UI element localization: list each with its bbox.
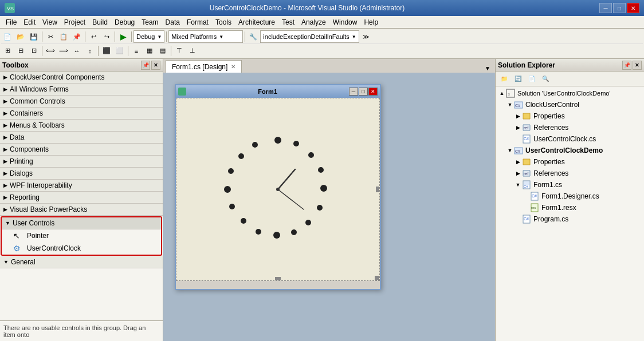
tb-group-clock-label: ClockUserControl Components [10, 73, 104, 81]
tb-open[interactable]: 📂 [14, 30, 27, 43]
tb2-13[interactable]: ⊤ [173, 45, 186, 57]
tb-run[interactable]: ▶ [117, 30, 129, 43]
form-content[interactable] [176, 98, 380, 281]
menu-project[interactable]: Project [61, 17, 89, 27]
sol-item-uclock-cs[interactable]: C# UserControlClock.cs [497, 133, 643, 145]
sol-item-refs-2[interactable]: ▶ ref References [497, 168, 643, 179]
sol-arrow-uclock [514, 136, 522, 142]
exception-dropdown[interactable]: includeExceptionDetailInFaults ▼ [260, 30, 359, 43]
tb-redo[interactable]: ↪ [100, 30, 113, 43]
maximize-button[interactable]: □ [613, 3, 626, 13]
tab-close-btn[interactable]: ✕ [231, 64, 235, 70]
user-controls-pointer[interactable]: ↖ Pointer [2, 229, 161, 242]
tb-group-clock-header[interactable]: ▶ ClockUserControl Components [0, 72, 163, 84]
form-close[interactable]: ✕ [368, 88, 378, 96]
pointer-label: Pointer [27, 232, 49, 240]
menu-window[interactable]: Window [329, 17, 361, 27]
tb-launch-icon[interactable]: 🔧 [247, 30, 260, 43]
tb-group-components-header[interactable]: ▶ Components [0, 144, 163, 156]
resize-handle-bottom[interactable] [275, 277, 281, 280]
tb-cut[interactable]: ✂ [44, 30, 57, 43]
tb-new[interactable]: 📄 [1, 30, 14, 43]
tb2-12[interactable]: ▤ [156, 45, 169, 57]
sol-props1-icon [522, 112, 531, 121]
tb-group-common-header[interactable]: ▶ Common Controls [0, 96, 163, 108]
tb-group-dialogs-header[interactable]: ▶ Dialogs [0, 168, 163, 180]
tb2-7[interactable]: ↕ [84, 45, 96, 57]
form-minimize[interactable]: ─ [349, 88, 358, 96]
tab-form1-design[interactable]: Form1.cs [Design] ✕ [166, 60, 242, 73]
menu-test[interactable]: Test [278, 17, 298, 27]
tb2-14[interactable]: ⊥ [186, 45, 199, 57]
sol-item-program-cs[interactable]: C# Program.cs [497, 213, 643, 225]
menu-file[interactable]: File [2, 17, 20, 27]
sol-item-clockproject[interactable]: ▼ C# ClockUserControl [497, 99, 643, 110]
tb-group-reporting-header[interactable]: ▶ Reporting [0, 192, 163, 204]
menu-architecture[interactable]: Architecture [235, 17, 278, 27]
tb-group-containers-header[interactable]: ▶ Containers [0, 108, 163, 120]
tb-extra[interactable]: ≫ [360, 30, 372, 43]
tb2-5[interactable]: ⟹ [57, 45, 70, 57]
tb2-sep1 [42, 46, 42, 56]
sol-item-properties-1[interactable]: ▶ Properties [497, 110, 643, 122]
sol-item-form1-cs[interactable]: ▼ C# Form1.cs [497, 179, 643, 191]
menu-format[interactable]: Format [183, 17, 212, 27]
sol-item-properties-2[interactable]: ▶ Properties [497, 156, 643, 168]
sol-item-form1-resx[interactable]: res Form1.resx [497, 202, 643, 213]
tb-group-data-header[interactable]: ▶ Data [0, 132, 163, 144]
menu-tools[interactable]: Tools [212, 17, 235, 27]
user-controls-clock[interactable]: ⚙ UserControlClock [2, 242, 161, 255]
tb2-8[interactable]: ⬛ [100, 45, 113, 57]
tb-undo[interactable]: ↩ [87, 30, 100, 43]
menu-view[interactable]: View [39, 17, 61, 27]
minimize-button[interactable]: ─ [599, 3, 612, 13]
tb2-4[interactable]: ⟺ [44, 45, 57, 57]
sol-tb-2[interactable]: 🔄 [512, 73, 524, 85]
sol-item-demo-project[interactable]: ▼ C# UserControlClockDemo [497, 145, 643, 156]
menu-team[interactable]: Team [138, 17, 162, 27]
menu-analyze[interactable]: Analyze [298, 17, 329, 27]
tb2-2[interactable]: ⊟ [14, 45, 27, 57]
form-maximize[interactable]: □ [359, 88, 368, 96]
platform-dropdown[interactable]: Mixed Platforms ▼ [168, 30, 243, 43]
solution-pin[interactable]: 📌 [622, 61, 631, 70]
tb2-9[interactable]: ⬜ [113, 45, 126, 57]
tb-group-allwindows-header[interactable]: ▶ All Windows Forms [0, 84, 163, 96]
toolbox-close[interactable]: ✕ [151, 61, 160, 70]
tb-group-wpf-label: WPF Interoperability [10, 181, 72, 189]
sol-tb-3[interactable]: 📄 [525, 73, 538, 85]
tab-dropdown-arrow[interactable]: ▼ [482, 64, 493, 73]
resize-handle-right[interactable] [376, 187, 379, 192]
tb-group-vbpacks-header[interactable]: ▶ Visual Basic PowerPacks [0, 204, 163, 216]
sol-item-form1-designer[interactable]: C# Form1.Designer.cs [497, 191, 643, 202]
close-button[interactable]: ✕ [627, 3, 639, 13]
tb-save[interactable]: 💾 [28, 30, 40, 43]
tb2-10[interactable]: ≡ [130, 45, 143, 57]
sol-tb-1[interactable]: 📁 [498, 73, 511, 85]
tb-copy[interactable]: 📋 [57, 30, 70, 43]
tb-group-common-label: Common Controls [10, 97, 65, 105]
menu-data[interactable]: Data [162, 17, 183, 27]
tb-group-dialogs-label: Dialogs [10, 169, 33, 177]
general-header[interactable]: ▼ General [0, 256, 163, 268]
menu-build[interactable]: Build [89, 17, 111, 27]
user-controls-header[interactable]: ▼ User Controls [2, 217, 161, 229]
menu-debug[interactable]: Debug [111, 17, 138, 27]
sol-item-refs-1[interactable]: ▶ ref References [497, 122, 643, 133]
solution-close[interactable]: ✕ [633, 61, 642, 70]
toolbox-pin[interactable]: 📌 [141, 61, 150, 70]
menu-help[interactable]: Help [360, 17, 382, 27]
tb-paste[interactable]: 📌 [70, 30, 83, 43]
sol-item-solution[interactable]: ▲ s Solution 'UserControlClockDemo' [497, 88, 643, 99]
tb-group-menus-header[interactable]: ▶ Menus & Toolbars [0, 120, 163, 132]
sol-tb-4[interactable]: 🔍 [539, 73, 552, 85]
tb2-11[interactable]: ▦ [143, 45, 156, 57]
menu-edit[interactable]: Edit [20, 17, 39, 27]
tb2-6[interactable]: ↔ [70, 45, 83, 57]
resize-handle-corner[interactable] [375, 276, 379, 280]
tb-group-wpf-header[interactable]: ▶ WPF Interoperability [0, 180, 163, 192]
tb2-1[interactable]: ⊞ [1, 45, 14, 57]
tb-group-printing-header[interactable]: ▶ Printing [0, 156, 163, 168]
tb2-3[interactable]: ⊡ [28, 45, 40, 57]
debug-config-dropdown[interactable]: Debug ▼ [133, 30, 164, 43]
